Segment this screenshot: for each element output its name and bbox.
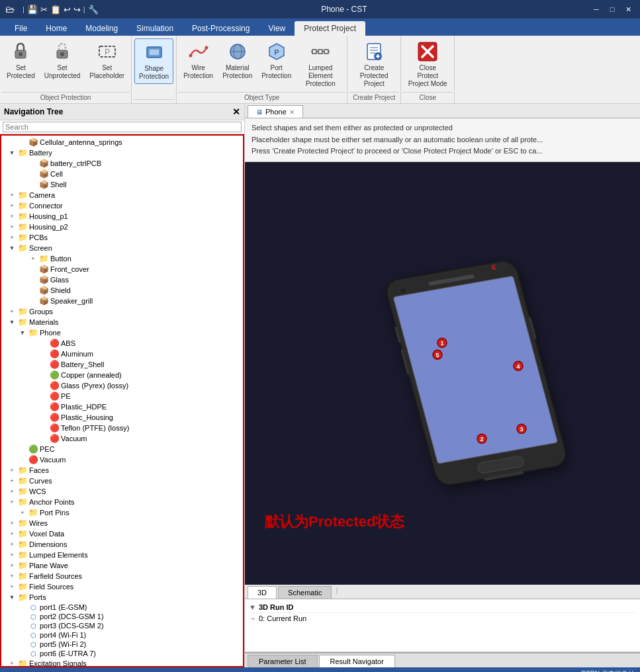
list-item[interactable]: + 📁 Anchor Points: [1, 497, 243, 507]
tab-post-processing[interactable]: Post-Processing: [183, 21, 259, 36]
set-placeholder-button[interactable]: P SetPlaceholder: [85, 38, 128, 83]
minimize-button[interactable]: ─: [590, 3, 603, 16]
list-item[interactable]: + 📁 Camera: [1, 190, 243, 200]
tab-result-navigator[interactable]: Result Navigator: [319, 655, 395, 667]
list-item[interactable]: + 📁 Wires: [1, 518, 243, 528]
list-item[interactable]: + 📁 Voxel Data: [1, 528, 243, 539]
list-item[interactable]: + 📁 Field Sources: [1, 581, 243, 592]
svg-text:3: 3: [520, 427, 524, 433]
search-input[interactable]: [3, 122, 242, 132]
port-protection-icon: P: [266, 41, 287, 62]
list-item[interactable]: + 📁 Lumped Elements: [1, 550, 243, 560]
tab-simulation[interactable]: Simulation: [127, 21, 183, 36]
list-item[interactable]: ⬡ port3 (DCS-GSM 2): [1, 621, 243, 630]
list-item[interactable]: 📦 Shell: [1, 179, 243, 190]
close-protect-project-mode-button[interactable]: Close ProtectProject Mode: [404, 38, 451, 91]
list-item[interactable]: + 📁 PCBs: [1, 232, 243, 243]
list-item[interactable]: 🔴 ABS: [1, 338, 243, 349]
list-item[interactable]: 🔴 Aluminum: [1, 349, 243, 359]
window-controls[interactable]: ─ □ ✕: [590, 3, 635, 16]
lumped-element-protection-button[interactable]: Lumped ElementProtection: [297, 38, 344, 91]
list-item[interactable]: + 📁 Dimensions: [1, 539, 243, 550]
list-item[interactable]: + 📁 Curves: [1, 476, 243, 486]
list-item[interactable]: ▼ 📁 Ports: [1, 592, 243, 603]
tab-protect-project[interactable]: Protect Project: [295, 21, 365, 36]
material-icon: 🔴: [49, 402, 60, 411]
list-item[interactable]: 📦 Glass: [1, 274, 243, 285]
create-protected-project-button[interactable]: Create ProtectedProject: [350, 38, 398, 91]
list-item[interactable]: ⬡ port6 (E-UTRA 7): [1, 649, 243, 658]
tree-item-label: Dimensions: [29, 540, 67, 548]
list-item[interactable]: ▼ 📁 Screen: [1, 243, 243, 253]
tab-view[interactable]: View: [259, 21, 295, 36]
tree-item-label: Ports: [29, 593, 46, 601]
list-item[interactable]: 📦 Shield: [1, 285, 243, 296]
list-item[interactable]: 📦 battery_ctrlPCB: [1, 158, 243, 169]
material-icon: 🔴: [28, 455, 38, 464]
group-object-type-content: WireProtection MaterialProtection P: [178, 38, 345, 91]
tab-close-icon[interactable]: ✕: [289, 108, 295, 116]
shape-protection-button[interactable]: ShapeProtection: [134, 38, 173, 84]
port-protection-button[interactable]: P PortProtection: [257, 38, 295, 83]
set-unprotected-button[interactable]: SetUnprotected: [40, 38, 84, 83]
set-protected-button[interactable]: SetProtected: [3, 38, 39, 83]
list-item[interactable]: + 📁 Farfield Sources: [1, 571, 243, 581]
tab-file[interactable]: File: [5, 21, 36, 36]
list-item[interactable]: 📦 Speaker_grill: [1, 296, 243, 306]
list-item[interactable]: 🔴 Glass (Pyrex) (lossy): [1, 380, 243, 391]
list-item[interactable]: + 📁 Housing_p1: [1, 211, 243, 222]
wire-protection-button[interactable]: WireProtection: [179, 38, 217, 83]
list-item[interactable]: ▼ 📁 Battery: [1, 147, 243, 158]
tab-schematic[interactable]: Schematic: [278, 586, 332, 599]
tab-modeling[interactable]: Modeling: [76, 21, 127, 36]
set-placeholder-label: SetPlaceholder: [89, 64, 124, 80]
expander-icon: ▼: [7, 149, 17, 156]
list-item[interactable]: + 📁 Housing_p2: [1, 222, 243, 232]
list-item[interactable]: 🔴 PE: [1, 391, 243, 401]
list-item[interactable]: 📦 Cellular_antenna_springs: [1, 137, 243, 147]
material-protection-button[interactable]: MaterialProtection: [218, 38, 256, 83]
list-item[interactable]: 📦 Front_cover: [1, 264, 243, 274]
list-item[interactable]: 🟢 Copper (annealed): [1, 370, 243, 380]
tree-item-label: Wires: [29, 519, 48, 527]
expander-icon: +: [7, 488, 17, 495]
result-item[interactable]: → 0: Current Run: [249, 613, 636, 624]
port-icon: ⬡: [28, 613, 38, 620]
tab-3d[interactable]: 3D: [248, 586, 277, 599]
list-item[interactable]: 🔴 Plastic_Housing: [1, 412, 243, 423]
svg-rect-7: [149, 49, 160, 56]
folder-icon: 📁: [17, 561, 28, 570]
list-item[interactable]: + 📁 Faces: [1, 465, 243, 476]
list-item[interactable]: + 📁 Port Pins: [1, 507, 243, 518]
close-button[interactable]: ✕: [621, 3, 635, 16]
list-item[interactable]: 🔴 Battery_Shell: [1, 359, 243, 370]
list-item[interactable]: 📦 Cell: [1, 169, 243, 179]
list-item[interactable]: 🔴 Teflon (PTFE) (lossy): [1, 423, 243, 433]
list-item[interactable]: ⬡ port4 (Wi-Fi 1): [1, 630, 243, 640]
list-item[interactable]: + 📁 Excitation Signals: [1, 658, 243, 667]
tab-parameter-list[interactable]: Parameter List: [248, 655, 318, 667]
list-item[interactable]: 🔴 Vacuum: [1, 433, 243, 444]
list-item[interactable]: ⬡ port1 (E-GSM): [1, 603, 243, 612]
list-item[interactable]: 🔴 Vacuum: [1, 454, 243, 465]
list-item[interactable]: 🔴 Plastic_HDPE: [1, 401, 243, 412]
tab-phone-3d[interactable]: 🖥 Phone ✕: [248, 105, 303, 118]
maximize-button[interactable]: □: [606, 3, 619, 16]
tab-home[interactable]: Home: [36, 21, 76, 36]
list-item[interactable]: ⬡ port2 (DCS-GSM 1): [1, 612, 243, 621]
list-item[interactable]: + 📁 WCS: [1, 486, 243, 497]
nav-tree-close-icon[interactable]: ✕: [232, 106, 240, 117]
expander-icon: +: [7, 530, 17, 537]
shape-protection-icon: [144, 42, 165, 63]
list-item[interactable]: ⬡ port5 (Wi-Fi 2): [1, 640, 243, 649]
list-item[interactable]: 🟢 PEC: [1, 444, 243, 454]
list-item[interactable]: + 📁 Groups: [1, 306, 243, 317]
list-item[interactable]: ▼ 📁 Materials: [1, 317, 243, 327]
param-result-tabs: Parameter List Result Navigator: [245, 652, 640, 667]
list-item[interactable]: + 📁 Plane Wave: [1, 560, 243, 571]
list-item[interactable]: + 📁 Button: [1, 253, 243, 264]
viewport-3d[interactable]: 1 5 4 2 3 6 默认为Protected状态: [245, 162, 640, 585]
group-create-project-label: Create Project: [349, 92, 399, 103]
list-item[interactable]: + 📁 Connector: [1, 200, 243, 211]
list-item[interactable]: ▼ 📁 Phone: [1, 327, 243, 338]
